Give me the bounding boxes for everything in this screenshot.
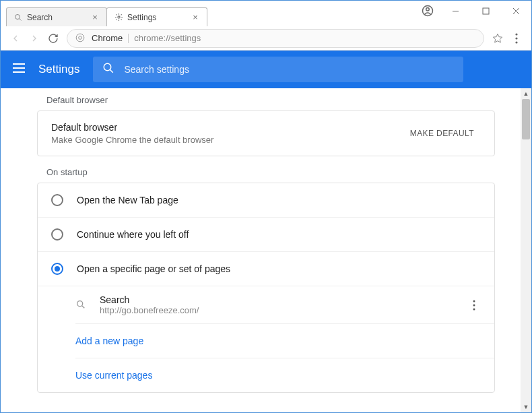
startup-page-entry: Search http://go.bonefreeze.com/ (75, 286, 494, 324)
radio-icon (51, 194, 63, 206)
page-title: Settings (38, 63, 79, 76)
svg-line-21 (82, 305, 85, 308)
radio-label: Open a specific page or set of pages (77, 263, 230, 274)
startup-option-specific[interactable]: Open a specific page or set of pages (38, 252, 494, 286)
chrome-icon (75, 33, 86, 44)
radio-icon (51, 263, 63, 275)
make-default-button[interactable]: MAKE DEFAULT (403, 125, 481, 142)
svg-point-9 (76, 34, 84, 42)
default-browser-title: Default browser (51, 122, 403, 133)
scroll-up-arrow[interactable]: ▲ (521, 88, 531, 99)
magnifier-icon (13, 13, 23, 22)
svg-rect-3 (483, 8, 489, 14)
section-label-on-startup: On startup (37, 159, 495, 183)
forward-button[interactable] (25, 29, 44, 48)
chrome-menu-button[interactable] (507, 29, 526, 48)
settings-search-input[interactable] (124, 64, 454, 75)
close-button[interactable] (501, 1, 531, 21)
menu-icon[interactable] (13, 63, 26, 75)
reload-button[interactable] (44, 29, 63, 48)
scrollbar[interactable]: ▲ ▼ (521, 88, 531, 412)
use-current-pages-link[interactable]: Use current pages (75, 358, 494, 392)
toolbar: Chrome chrome://settings (1, 26, 531, 51)
settings-header: Settings (1, 51, 531, 88)
settings-content: Default browser Default browser Make Goo… (1, 88, 531, 412)
svg-point-14 (515, 41, 517, 43)
radio-icon (51, 228, 63, 241)
startup-option-newtab[interactable]: Open the New Tab page (38, 183, 494, 218)
url-path: chrome://settings (134, 33, 201, 43)
svg-point-23 (473, 304, 475, 306)
back-button[interactable] (6, 29, 25, 48)
radio-label: Continue where you left off (77, 229, 189, 240)
svg-point-10 (79, 36, 82, 39)
section-label-default-browser: Default browser (37, 91, 495, 110)
search-icon (102, 62, 114, 77)
svg-point-6 (15, 14, 20, 19)
bookmark-button[interactable] (488, 29, 507, 48)
account-icon[interactable] (422, 5, 434, 17)
scroll-down-arrow[interactable]: ▼ (521, 402, 531, 412)
svg-point-8 (117, 16, 119, 18)
advanced-toggle[interactable]: Advanced ▼ (37, 393, 495, 412)
maximize-button[interactable] (471, 1, 501, 21)
minimize-button[interactable] (440, 1, 471, 21)
svg-line-7 (20, 18, 22, 20)
startup-option-continue[interactable]: Continue where you left off (38, 218, 494, 252)
svg-point-12 (515, 33, 517, 35)
page-entry-title: Search (100, 294, 467, 305)
address-bar[interactable]: Chrome chrome://settings (67, 29, 484, 48)
svg-point-13 (515, 37, 517, 39)
close-icon[interactable]: × (90, 13, 100, 22)
svg-point-22 (473, 300, 475, 302)
on-startup-card: Open the New Tab page Continue where you… (37, 183, 495, 393)
tab-settings[interactable]: Settings × (106, 7, 207, 26)
scroll-thumb[interactable] (522, 99, 530, 139)
tab-label: Search (27, 13, 90, 22)
tab-label: Settings (127, 13, 191, 22)
add-new-page-link[interactable]: Add a new page (75, 324, 494, 358)
radio-label: Open the New Tab page (77, 195, 178, 205)
tab-search[interactable]: Search × (6, 7, 107, 26)
page-entry-url: http://go.bonefreeze.com/ (100, 305, 467, 315)
svg-point-20 (77, 300, 83, 306)
default-browser-sub: Make Google Chrome the default browser (51, 135, 403, 145)
svg-marker-11 (493, 34, 502, 42)
svg-point-18 (104, 63, 112, 71)
default-browser-card: Default browser Make Google Chrome the d… (37, 110, 495, 156)
svg-point-1 (426, 8, 430, 11)
svg-point-24 (473, 308, 475, 310)
svg-line-19 (110, 69, 114, 73)
page-entry-menu-button[interactable] (467, 300, 481, 311)
magnifier-icon (75, 299, 88, 311)
close-icon[interactable]: × (191, 13, 200, 22)
settings-search[interactable] (93, 57, 463, 82)
url-origin: Chrome (92, 33, 123, 43)
gear-icon (114, 13, 123, 22)
